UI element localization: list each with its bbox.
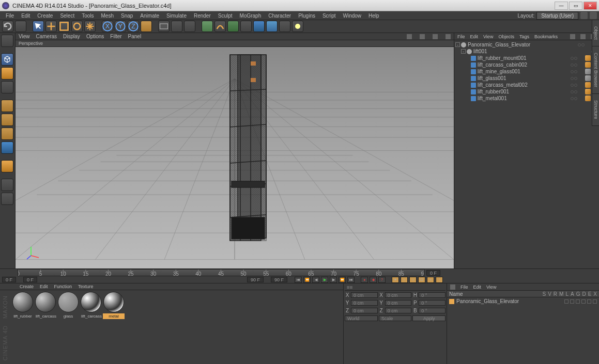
menu-character[interactable]: Character (265, 12, 295, 20)
menu-render[interactable]: Render (190, 12, 214, 20)
undo-button[interactable] (2, 21, 13, 32)
size-x-field[interactable]: 0 cm (385, 292, 412, 298)
menu-plugins[interactable]: Plugins (295, 12, 319, 20)
edge-mode-button[interactable] (1, 114, 13, 126)
search-icon[interactable] (570, 34, 575, 39)
timeline-ruler[interactable]: 051015202530354045505560657075808590 (18, 269, 424, 276)
view-menu-filter[interactable]: Filter (110, 34, 121, 39)
point-mode-button[interactable] (1, 100, 13, 112)
prev-frame-button[interactable]: ◀ (312, 277, 319, 283)
pos-y-field[interactable]: 0 cm (351, 300, 378, 306)
material-tag-icon[interactable] (585, 75, 591, 81)
layout-prev-icon[interactable] (580, 12, 588, 19)
materials-menu-create[interactable]: Create (20, 284, 34, 289)
object-hierarchy[interactable]: - Panoramic_Glass_Elevator - lift001 lif… (454, 40, 599, 268)
key-rot-button[interactable]: ○ (409, 277, 417, 283)
rot-b-field[interactable]: 0 ° (419, 308, 446, 313)
material-item[interactable]: lift_rubber (12, 292, 34, 364)
add-cube-button[interactable] (202, 21, 213, 32)
menu-script[interactable]: Script (319, 12, 340, 20)
attr-object-row[interactable]: Panoramic_Glass_Elevator (447, 297, 599, 305)
attr-menu-view[interactable]: View (486, 284, 496, 290)
view-menu-panel[interactable]: Panel (128, 34, 142, 39)
menu-edit[interactable]: Edit (18, 12, 34, 20)
next-frame-button[interactable]: ▶ (330, 277, 337, 283)
world-dropdown[interactable]: World (345, 315, 378, 321)
menu-tools[interactable]: Tools (78, 12, 97, 20)
key-param-button[interactable]: ⊡ (418, 277, 425, 283)
objects-menu-view[interactable]: View (483, 34, 493, 39)
add-nurbs-button[interactable] (227, 21, 239, 32)
materials-menu-texture[interactable]: Texture (78, 284, 94, 289)
frame-end-field[interactable]: 90 F (247, 277, 264, 282)
expand-toggle[interactable]: - (455, 42, 460, 47)
hierarchy-child[interactable]: - lift001 (455, 48, 598, 55)
add-deformer-button[interactable] (253, 21, 265, 32)
menu-mograph[interactable]: MoGraph (236, 12, 265, 20)
menu-simulate[interactable]: Simulate (163, 12, 190, 20)
add-spline-button[interactable] (214, 21, 226, 32)
redo-button[interactable] (15, 21, 26, 32)
material-item[interactable]: lift_carcass (80, 292, 102, 364)
current-end-field[interactable]: 0 F (426, 270, 440, 276)
add-array-button[interactable] (240, 21, 252, 32)
view-menu-cameras[interactable]: Cameras (36, 34, 57, 39)
render-settings-button[interactable] (184, 21, 195, 32)
minimize-button[interactable]: — (555, 2, 568, 10)
attr-menu-edit[interactable]: Edit (473, 284, 482, 290)
hierarchy-item[interactable]: lift_rubber_mount001 (455, 55, 598, 61)
axis-mode-button[interactable] (1, 141, 13, 154)
goto-end-button[interactable]: ⏭ (347, 277, 355, 283)
attr-col-d[interactable]: D (582, 291, 586, 297)
y-axis-lock[interactable]: Y (115, 21, 126, 32)
menu-sculpt[interactable]: Sculpt (214, 12, 236, 20)
prev-key-button[interactable]: ⏪ (303, 277, 311, 283)
attr-col-x[interactable]: X (593, 291, 597, 297)
key-scale-button[interactable]: ▫ (401, 277, 408, 283)
viewport-icon-2[interactable] (420, 34, 425, 39)
view-menu-view[interactable]: View (19, 34, 30, 39)
objects-menu-tags[interactable]: Tags (519, 34, 529, 39)
objects-menu-bookmarks[interactable]: Bookmarks (534, 34, 558, 39)
scale-tool[interactable] (58, 21, 70, 32)
objects-menu-objects[interactable]: Objects (498, 34, 514, 39)
goto-start-button[interactable]: ⏮ (295, 277, 302, 283)
last-tool[interactable] (84, 21, 96, 32)
material-item[interactable]: metal (103, 292, 125, 364)
lock-icon[interactable] (450, 284, 455, 290)
frame-end2-field[interactable]: 90 F (271, 277, 287, 282)
material-tag-icon[interactable] (585, 62, 591, 68)
locked-workplane-button[interactable] (1, 193, 13, 205)
hierarchy-root[interactable]: - Panoramic_Glass_Elevator (455, 41, 598, 48)
add-camera-button[interactable] (279, 21, 290, 32)
attr-col-m[interactable]: M (559, 291, 563, 297)
select-tool[interactable] (33, 21, 44, 32)
frame-cur-field[interactable]: 0 F (23, 277, 37, 282)
attr-col-l[interactable]: L (565, 291, 569, 297)
material-tag-icon[interactable] (585, 69, 591, 74)
view-menu-display[interactable]: Display (63, 34, 80, 39)
material-item[interactable]: lift_carcass (35, 292, 56, 364)
snap-button[interactable] (1, 179, 13, 191)
menu-help[interactable]: Help (365, 12, 383, 20)
hierarchy-item[interactable]: lift_rubber001 (455, 88, 598, 95)
material-tag-icon[interactable] (585, 82, 591, 88)
attr-col-e[interactable]: E (588, 291, 592, 297)
tweak-mode-button[interactable] (1, 160, 13, 172)
side-tab-structure[interactable]: Structure (592, 94, 599, 126)
layout-next-icon[interactable] (590, 12, 597, 19)
z-axis-lock[interactable]: Z (128, 21, 139, 32)
model-mode-button[interactable] (1, 53, 13, 66)
keyframe-sel-button[interactable]: ? (378, 277, 386, 283)
maximize-button[interactable]: ▭ (569, 2, 582, 10)
texture-mode-button[interactable] (1, 67, 13, 80)
objects-menu-edit[interactable]: Edit (470, 34, 479, 39)
frame-start-field[interactable]: 0 F (2, 277, 16, 282)
materials-menu-function[interactable]: Function (54, 284, 72, 289)
x-axis-lock[interactable]: X (102, 21, 113, 32)
move-tool[interactable] (45, 21, 57, 32)
menu-create[interactable]: Create (34, 12, 56, 20)
view-menu-options[interactable]: Options (86, 34, 104, 39)
polygon-mode-button[interactable] (1, 128, 13, 140)
hierarchy-item[interactable]: lift_glass001 (455, 75, 598, 82)
